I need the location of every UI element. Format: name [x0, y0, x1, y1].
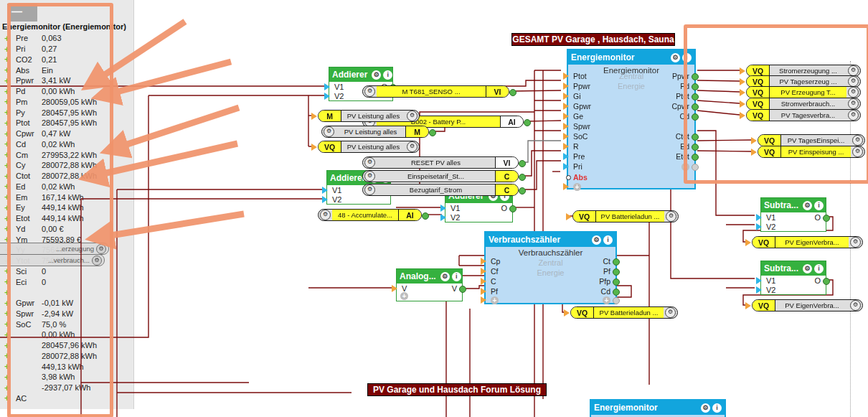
output-port[interactable]: Pf	[603, 267, 610, 276]
input-port-triangle[interactable]	[751, 137, 760, 144]
sidebar-item[interactable]: Yd 0,00 €	[4, 224, 132, 235]
expand-plus-icon[interactable]	[4, 128, 16, 139]
expand-plus-icon[interactable]	[4, 202, 16, 213]
info-icon[interactable]: i	[814, 264, 824, 273]
output-connector-pill[interactable]: VQ PV Erzeugung T... ⚙	[746, 86, 861, 98]
output-connector-pill[interactable]: VQ PV Batterieladun ... ⚙	[572, 210, 679, 222]
expand-plus-icon[interactable]	[4, 340, 16, 351]
input-port[interactable]: Ppwr	[573, 82, 590, 91]
verbrauchszaehler-block[interactable]: Verbrauchszähler ⚙ i Verbrauchszähler Ze…	[484, 231, 617, 304]
expand-plus-icon[interactable]	[4, 86, 16, 97]
collapse-button[interactable]: —	[7, 4, 37, 22]
input-port[interactable]: V1	[332, 186, 341, 195]
input-port[interactable]: SoC	[573, 132, 588, 141]
expand-plus-icon[interactable]	[4, 361, 16, 372]
input-port-triangle[interactable]	[751, 149, 760, 156]
output-connector-pill[interactable]: M PV Leistung alles ⚙	[318, 110, 420, 122]
output-port[interactable]: Ed	[680, 142, 689, 151]
output-port[interactable]: Cd	[680, 112, 689, 121]
subtrahierer-block-1[interactable]: Subtra...⚙i V1 V2 O	[760, 197, 826, 232]
gear-icon[interactable]: ⚙	[320, 210, 331, 220]
energiemonitor-block[interactable]: Energiemonitor ⚙ i Energiemonitor Zentra…	[567, 49, 696, 189]
input-port-triangle[interactable]	[740, 67, 749, 75]
expand-plus-icon[interactable]	[4, 350, 16, 361]
gear-icon[interactable]: ⚙	[852, 146, 863, 157]
sidebar-item[interactable]: Pri 0,27	[4, 44, 132, 55]
output-port-dot[interactable]	[519, 174, 526, 181]
gear-icon[interactable]: ⚙	[852, 135, 863, 146]
expand-plus-icon[interactable]	[4, 393, 16, 403]
input-port[interactable]: V1	[766, 213, 775, 222]
output-port[interactable]: Ppwr	[672, 72, 689, 81]
input-connector-pill[interactable]: ⚙ Bezugtarif_Strom C	[362, 184, 519, 196]
info-icon[interactable]: i	[603, 235, 613, 245]
info-icon[interactable]: i	[814, 201, 824, 210]
info-icon[interactable]: i	[383, 70, 392, 80]
sidebar-item[interactable]: Ptot 280457,95 kWh	[4, 118, 132, 128]
output-port-dot[interactable]	[509, 89, 516, 96]
sidebar-item[interactable]: Gpwr -0,01 kW	[4, 298, 132, 309]
output-connector-pill[interactable]: VQ PV EigenVerbra... ⚙	[752, 236, 863, 248]
sidebar-item[interactable]: Pre 0,063	[4, 33, 132, 44]
output-port[interactable]: O	[814, 213, 821, 222]
expand-plus-icon[interactable]	[4, 287, 16, 298]
gear-icon[interactable]: ⚙	[372, 70, 381, 80]
gear-icon[interactable]: ⚙	[364, 171, 375, 182]
sidebar-item[interactable]: Cy 280072,88 kWh	[4, 160, 132, 171]
input-port-triangle[interactable]	[740, 78, 749, 85]
sidebar-item[interactable]: Cpwr 0,47 kW	[4, 128, 132, 139]
input-port-triangle[interactable]	[311, 144, 321, 151]
output-connector-pill[interactable]: VQ PV Batterieladun ... ⚙	[570, 306, 678, 319]
output-port[interactable]: V	[452, 284, 457, 294]
gear-icon[interactable]: ⚙	[665, 307, 676, 318]
gear-icon[interactable]: ⚙	[803, 201, 812, 210]
input-port[interactable]: V1	[766, 276, 775, 286]
input-port[interactable]: Spwr	[573, 122, 590, 131]
input-port[interactable]: Gi	[573, 92, 581, 101]
gear-icon[interactable]: ⚙	[848, 76, 859, 87]
expand-plus-icon[interactable]	[4, 75, 16, 86]
output-port[interactable]: Etot	[676, 152, 689, 161]
gear-icon[interactable]: ⚙	[803, 264, 812, 273]
sidebar-item[interactable]: CO2 0,21	[4, 55, 132, 65]
sidebar-item[interactable]: SoC 75,0 %	[4, 319, 132, 329]
expand-plus-icon[interactable]	[4, 298, 16, 309]
sidebar-item[interactable]: 280457,96 kWh	[4, 340, 132, 351]
sidebar-item[interactable]: Pd 0,00 kWh	[4, 86, 132, 97]
gear-icon[interactable]: ⚙	[364, 184, 375, 195]
subtrahierer-block-2[interactable]: Subtra...⚙i V1 V2 O	[760, 261, 826, 295]
sidebar-item[interactable]: Sci 0	[4, 266, 132, 277]
output-connector-pill[interactable]: VQ PV EigenVerbra... ⚙	[752, 299, 863, 311]
info-icon[interactable]: i	[712, 403, 722, 413]
gear-icon[interactable]: ⚙	[324, 126, 334, 137]
sidebar-item[interactable]: 449,13 kWh	[4, 361, 132, 372]
gear-icon[interactable]: ⚙	[848, 110, 859, 121]
output-port[interactable]: Ctot	[676, 132, 689, 141]
input-connector-pill[interactable]: ⚙ M T681_SENSO ... VI	[362, 85, 509, 98]
input-port[interactable]: V2	[766, 286, 775, 295]
analog-block[interactable]: Analog...⚙i V V	[396, 268, 463, 301]
output-port[interactable]: Ptot	[676, 92, 689, 101]
output-port[interactable]: Pd	[680, 82, 689, 91]
output-port[interactable]: O	[501, 204, 507, 213]
output-port[interactable]: Cpwr	[671, 102, 689, 111]
input-port[interactable]: Gpwr	[573, 102, 591, 111]
group-banner-forum[interactable]: PV Garage und Hausdach Forum Lösung	[367, 383, 547, 396]
sidebar-item[interactable]: Pm 280059,05 kWh	[4, 97, 132, 108]
output-connector-pill[interactable]: VQ Stromverbrauch... ⚙	[746, 98, 861, 110]
output-connector-pill[interactable]: VQ PV Leistung alles ⚙	[318, 141, 420, 153]
expand-plus-icon[interactable]	[4, 181, 16, 192]
sidebar-item[interactable]	[4, 287, 132, 298]
input-port-triangle[interactable]	[566, 213, 575, 220]
output-port-dot[interactable]	[519, 187, 526, 195]
expand-plus-icon[interactable]	[4, 319, 16, 329]
output-port-dot[interactable]	[524, 119, 531, 126]
gear-icon[interactable]: ⚙	[701, 403, 710, 413]
input-port-triangle[interactable]	[564, 309, 573, 317]
input-port[interactable]: V2	[332, 195, 341, 205]
input-port-triangle[interactable]	[740, 100, 749, 108]
expand-plus-icon[interactable]	[4, 171, 16, 182]
energiemonitor-header[interactable]: Energiemonitor ⚙ i	[591, 400, 725, 415]
gear-icon[interactable]: ⚙	[364, 157, 375, 168]
input-port[interactable]: Ge	[573, 112, 583, 121]
